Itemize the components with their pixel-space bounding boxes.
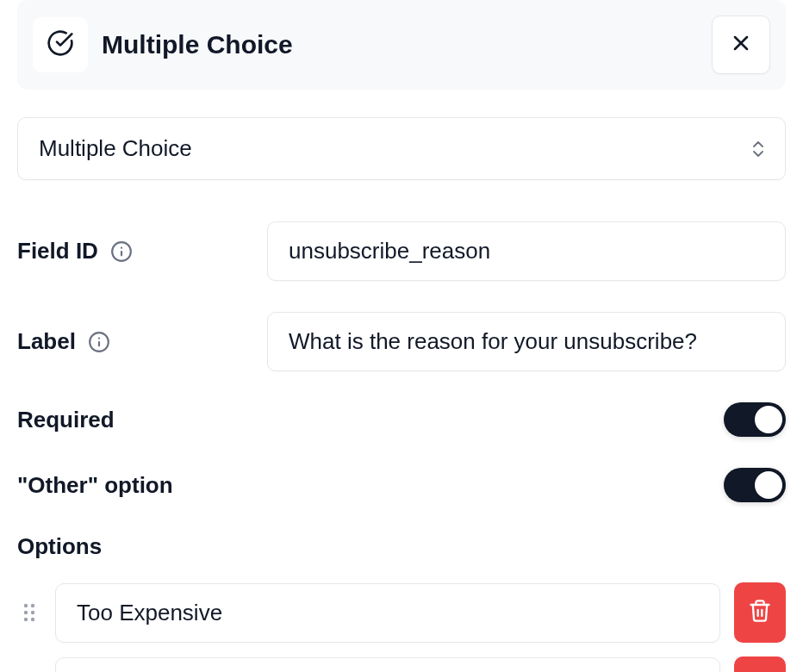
toggle-knob xyxy=(755,406,782,433)
svg-point-8 xyxy=(24,604,28,607)
close-button[interactable] xyxy=(712,16,770,74)
field-type-icon-box xyxy=(33,17,88,72)
other-option-toggle[interactable] xyxy=(724,468,786,502)
option-input[interactable] xyxy=(55,657,720,673)
trash-icon xyxy=(748,599,772,626)
field-type-select-value: Multiple Choice xyxy=(39,135,192,162)
info-icon[interactable] xyxy=(110,240,133,263)
label-row: Label xyxy=(17,312,786,371)
option-row xyxy=(17,656,786,672)
close-icon xyxy=(729,31,753,59)
svg-point-11 xyxy=(31,611,34,614)
drag-handle-icon[interactable] xyxy=(17,602,41,623)
svg-point-12 xyxy=(24,618,28,621)
field-type-select[interactable]: Multiple Choice xyxy=(17,117,786,180)
options-heading: Options xyxy=(17,533,786,560)
header-card: Multiple Choice xyxy=(17,0,786,90)
field-id-row: Field ID xyxy=(17,221,786,281)
check-circle-icon xyxy=(47,29,74,60)
label-input[interactable] xyxy=(267,312,786,371)
svg-point-9 xyxy=(31,604,34,607)
chevron-up-down-icon xyxy=(752,141,764,157)
field-id-label-text: Field ID xyxy=(17,238,98,264)
field-id-input[interactable] xyxy=(267,221,786,281)
required-label: Required xyxy=(17,407,115,433)
delete-option-button[interactable] xyxy=(734,656,786,672)
other-option-label: "Other" option xyxy=(17,472,173,499)
option-input[interactable] xyxy=(55,583,720,643)
toggle-knob xyxy=(755,471,782,499)
svg-point-10 xyxy=(24,611,28,614)
other-option-row: "Other" option xyxy=(17,468,786,502)
svg-point-13 xyxy=(31,618,34,621)
info-icon[interactable] xyxy=(88,331,110,353)
label-label: Label xyxy=(17,328,267,355)
required-row: Required xyxy=(17,402,786,437)
label-label-text: Label xyxy=(17,328,76,355)
required-toggle[interactable] xyxy=(724,402,786,437)
delete-option-button[interactable] xyxy=(734,582,786,643)
option-row xyxy=(17,582,786,643)
field-id-label: Field ID xyxy=(17,238,267,264)
header-title: Multiple Choice xyxy=(102,30,698,59)
